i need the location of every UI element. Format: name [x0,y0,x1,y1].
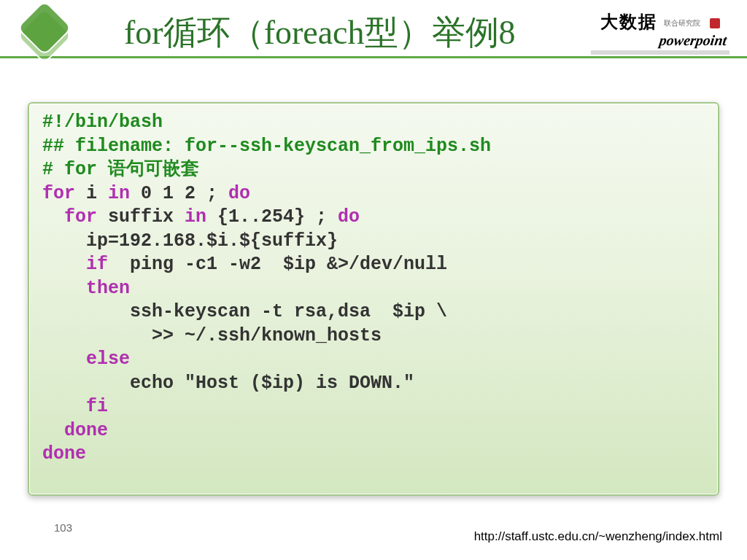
code-line: # for 语句可嵌套 [42,159,199,180]
code-line: for i in 0 1 2 ; do [42,183,250,204]
footer-url: http://staff.ustc.edu.cn/~wenzheng/index… [474,529,722,544]
title-bar: for循环（foreach型）举例8 大数据 联合研究院 powerpoint [0,0,747,58]
badge-underline [591,50,729,55]
seal-icon [710,18,720,28]
code-line: then [42,278,130,299]
corner-cube-icon [10,1,79,70]
svg-rect-2 [18,1,71,55]
code-line: else [42,349,130,370]
slide-title: for循环（foreach型）举例8 [124,10,516,55]
code-line: ssh-keyscan -t rsa,dsa $ip \ [42,301,447,322]
badge-sub: 联合研究院 [664,19,700,27]
code-line: for suffix in {1..254} ; do [42,206,360,228]
badge-main: 大数据 [600,12,657,31]
code-line: fi [42,396,108,417]
code-line: ## filename: for--ssh-keyscan_from_ips.s… [42,136,491,157]
page-number: 103 [54,521,72,534]
code-line: if ping -c1 -w2 $ip &>/dev/null [42,254,447,275]
brand-badge: 大数据 联合研究院 powerpoint [591,10,729,55]
code-line: ip=192.168.$i.${suffix} [42,230,338,252]
badge-powerpoint: powerpoint [658,32,727,49]
code-line: done [42,420,108,441]
code-line: done [42,443,86,464]
code-line: #!/bin/bash [42,112,163,133]
code-box: #!/bin/bash ## filename: for--ssh-keysca… [28,102,719,496]
code-content: #!/bin/bash ## filename: for--ssh-keysca… [42,111,705,467]
code-line: echo "Host ($ip) is DOWN." [42,373,414,394]
code-line: >> ~/.ssh/known_hosts [42,325,382,346]
